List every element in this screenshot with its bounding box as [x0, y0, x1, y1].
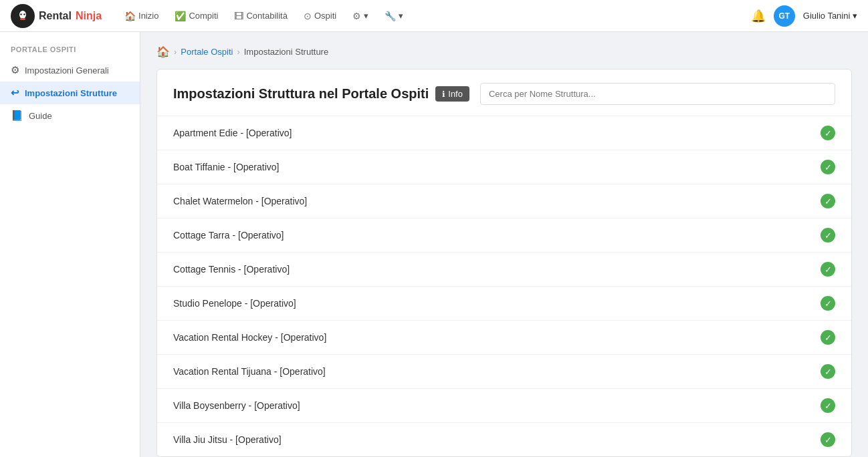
- check-icon: ✓: [821, 296, 835, 311]
- structure-row[interactable]: Vacation Rental Hockey - [Operativo] ✓: [157, 321, 851, 355]
- structure-list: Apartment Edie - [Operativo] ✓ Boat Tiff…: [157, 116, 851, 456]
- page-title-section: Impostazioni Struttura nel Portale Ospit…: [173, 86, 469, 102]
- nav-right: 🔔 GT Giulio Tanini ▾: [751, 5, 857, 27]
- structure-row[interactable]: Villa Jiu Jitsu - [Operativo] ✓: [157, 423, 851, 456]
- breadcrumb: 🏠 › Portale Ospiti › Impostazioni Strutt…: [156, 45, 852, 58]
- structure-row[interactable]: Chalet Watermelon - [Operativo] ✓: [157, 184, 851, 218]
- structure-row[interactable]: Villa Boysenberry - [Operativo] ✓: [157, 389, 851, 423]
- structure-name: Chalet Watermelon - [Operativo]: [173, 196, 307, 206]
- check-icon: ✓: [821, 364, 835, 379]
- home-nav-icon: 🏠: [124, 11, 136, 21]
- check-icon: ✓: [821, 160, 835, 174]
- logo[interactable]: Rental Ninja: [11, 4, 102, 28]
- contabilita-icon: 🎞: [234, 11, 243, 21]
- gear-icon: ⚙: [11, 64, 19, 76]
- check-icon: ✓: [821, 398, 835, 413]
- check-icon: ✓: [821, 330, 835, 345]
- info-button[interactable]: ℹ Info: [435, 86, 469, 102]
- structure-name: Vacation Rental Tijuana - [Operativo]: [173, 366, 326, 377]
- nav-tools[interactable]: 🔧 ▾: [378, 8, 410, 24]
- nav-ospiti[interactable]: ⊙ Ospiti: [297, 8, 343, 24]
- sidebar-item-guide[interactable]: 📘 Guide: [0, 104, 140, 127]
- breadcrumb-portale-ospiti[interactable]: Portale Ospiti: [181, 47, 233, 57]
- logo-icon: [11, 4, 35, 28]
- breadcrumb-current: Impostazioni Strutture: [244, 47, 328, 57]
- structure-name: Villa Boysenberry - [Operativo]: [173, 400, 300, 411]
- structure-name: Studio Penelope - [Operativo]: [173, 298, 296, 309]
- check-icon: ✓: [821, 262, 835, 277]
- content-card: Impostazioni Struttura nel Portale Ospit…: [156, 69, 852, 457]
- check-icon: ✓: [821, 126, 835, 140]
- notification-bell-icon[interactable]: 🔔: [751, 9, 766, 23]
- settings-icon: ⚙: [352, 11, 361, 21]
- nav-compiti[interactable]: ✅ Compiti: [168, 8, 225, 24]
- main-content: 🏠 › Portale Ospiti › Impostazioni Strutt…: [140, 32, 868, 457]
- avatar: GT: [774, 5, 795, 27]
- nav-inizio[interactable]: 🏠 Inizio: [118, 8, 165, 24]
- compiti-icon: ✅: [175, 11, 186, 21]
- page-title: Impostazioni Struttura nel Portale Ospit…: [173, 86, 429, 102]
- structure-name: Apartment Edie - [Operativo]: [173, 128, 292, 138]
- sidebar-section-label: PORTALE OSPITI: [0, 45, 140, 59]
- structure-name: Cottage Tennis - [Operativo]: [173, 264, 290, 275]
- structure-name: Boat Tiffanie - [Operativo]: [173, 162, 280, 172]
- logo-rental: Rental: [39, 10, 72, 22]
- structure-name: Cottage Tarra - [Operativo]: [173, 230, 284, 241]
- breadcrumb-home-icon[interactable]: 🏠: [156, 45, 170, 58]
- topnav: Rental Ninja 🏠 Inizio ✅ Compiti 🎞 Contab…: [0, 0, 868, 32]
- svg-rect-2: [20, 18, 25, 20]
- user-name[interactable]: Giulio Tanini ▾: [803, 11, 857, 21]
- svg-point-4: [23, 13, 25, 15]
- structure-icon: ↩: [11, 87, 19, 99]
- structure-row[interactable]: Vacation Rental Tijuana - [Operativo] ✓: [157, 355, 851, 389]
- ospiti-icon: ⊙: [304, 11, 312, 21]
- check-icon: ✓: [821, 194, 835, 208]
- structure-name: Villa Jiu Jitsu - [Operativo]: [173, 434, 282, 445]
- structure-row[interactable]: Boat Tiffanie - [Operativo] ✓: [157, 150, 851, 184]
- structure-name: Vacation Rental Hockey - [Operativo]: [173, 332, 326, 343]
- structure-row[interactable]: Studio Penelope - [Operativo] ✓: [157, 287, 851, 321]
- logo-ninja: Ninja: [76, 10, 102, 22]
- structure-row[interactable]: Apartment Edie - [Operativo] ✓: [157, 116, 851, 150]
- check-icon: ✓: [821, 432, 835, 447]
- nav-contabilita[interactable]: 🎞 Contabilità: [227, 8, 294, 24]
- sidebar-item-impostazioni-strutture[interactable]: ↩ Impostazioni Strutture: [0, 82, 140, 104]
- info-icon: ℹ: [442, 90, 445, 99]
- search-input[interactable]: [480, 83, 835, 105]
- nav-settings[interactable]: ⚙ ▾: [346, 8, 375, 24]
- svg-point-3: [20, 13, 21, 15]
- structure-row[interactable]: Cottage Tennis - [Operativo] ✓: [157, 253, 851, 287]
- sidebar: PORTALE OSPITI ⚙ Impostazioni Generali ↩…: [0, 32, 140, 457]
- layout: PORTALE OSPITI ⚙ Impostazioni Generali ↩…: [0, 32, 868, 457]
- sidebar-item-impostazioni-generali[interactable]: ⚙ Impostazioni Generali: [0, 59, 140, 82]
- check-icon: ✓: [821, 228, 835, 243]
- structure-row[interactable]: Cottage Tarra - [Operativo] ✓: [157, 218, 851, 253]
- tools-icon: 🔧: [385, 11, 396, 21]
- guide-icon: 📘: [11, 110, 23, 122]
- search-box: [480, 83, 835, 105]
- header-row: Impostazioni Struttura nel Portale Ospit…: [157, 69, 851, 116]
